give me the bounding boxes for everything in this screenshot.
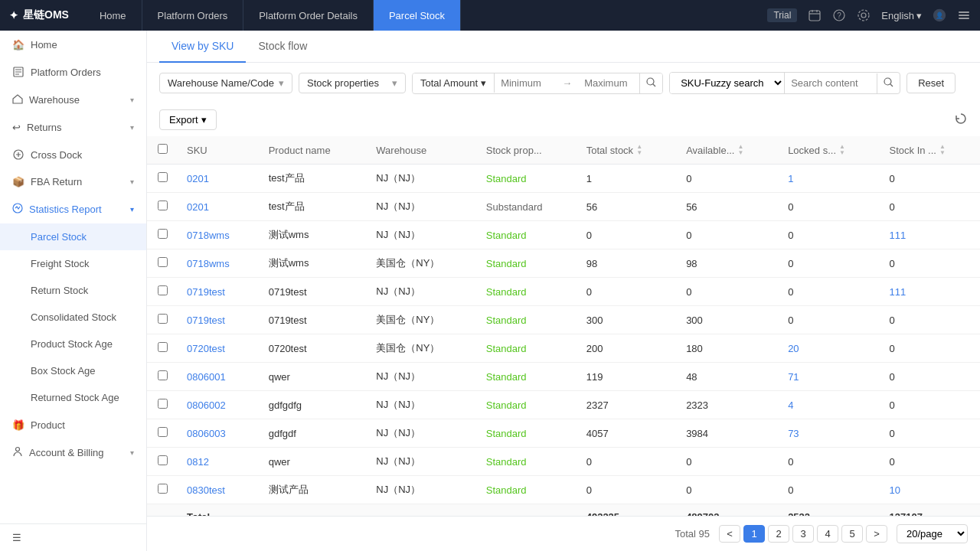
row-checkbox[interactable] — [158, 342, 168, 352]
sku-link[interactable]: 0719test — [187, 315, 225, 326]
row-checkbox[interactable] — [158, 314, 168, 324]
locked-link[interactable]: 20 — [788, 343, 799, 354]
page-size-select[interactable]: 20/page 50/page 100/page — [897, 524, 968, 543]
table-total-row: Total 493235 489703 3532 137107 — [147, 504, 980, 517]
locked-link[interactable]: 1 — [788, 173, 793, 184]
locked-link[interactable]: 4 — [788, 399, 793, 411]
page-btn-5[interactable]: 5 — [841, 525, 863, 543]
row-checkbox[interactable] — [158, 229, 168, 239]
row-checkbox[interactable] — [158, 427, 168, 437]
sidebar-item-product[interactable]: 🎁 Product — [0, 411, 146, 439]
reset-button[interactable]: Reset — [906, 73, 956, 93]
sidebar-collapse-btn[interactable]: ☰ — [0, 523, 146, 551]
row-product-name: 0719test — [260, 278, 368, 306]
total-checkbox-cell — [147, 504, 178, 517]
next-page-btn[interactable]: > — [866, 525, 887, 543]
row-checkbox[interactable] — [158, 257, 168, 267]
page-btn-3[interactable]: 3 — [792, 525, 814, 543]
stock-properties-filter[interactable]: Stock properties ▾ — [299, 73, 406, 93]
sidebar-item-returned-stock-age[interactable]: Returned Stock Age — [0, 384, 146, 411]
sidebar-item-account-billing[interactable]: Account & Billing ▾ — [0, 439, 146, 467]
amount-label[interactable]: Total Amount ▾ — [413, 73, 495, 93]
sidebar-item-return-stock[interactable]: Return Stock — [0, 277, 146, 304]
table-row: 0718wms 测试wms NJ（NJ） Standard 0 0 0 111 — [147, 221, 980, 249]
tab-stock-flow[interactable]: Stock flow — [246, 31, 319, 63]
table-row: 0719test 0719test 美国仓（NY） Standard 300 3… — [147, 306, 980, 334]
locked-link[interactable]: 73 — [788, 428, 799, 439]
settings-icon[interactable] — [857, 8, 871, 22]
sidebar-item-warehouse[interactable]: Warehouse ▾ — [0, 86, 146, 114]
page-btn-2[interactable]: 2 — [768, 525, 789, 543]
refresh-button[interactable] — [954, 112, 968, 129]
sku-link[interactable]: 0718wms — [187, 230, 230, 241]
row-available: 0 — [677, 476, 779, 504]
stock-in-link[interactable]: 111 — [890, 230, 906, 241]
menu-icon[interactable] — [957, 8, 971, 22]
export-button[interactable]: Export ▾ — [159, 109, 217, 130]
amount-search-btn[interactable] — [639, 73, 662, 93]
sidebar-item-parcel-stock[interactable]: Parcel Stock — [0, 223, 146, 250]
tab-view-by-sku[interactable]: View by SKU — [159, 31, 246, 63]
help-icon[interactable]: ? — [832, 8, 846, 22]
row-checkbox[interactable] — [158, 399, 168, 409]
page-btn-4[interactable]: 4 — [817, 525, 838, 543]
calendar-icon[interactable] — [808, 8, 822, 22]
nav-tab-parcel-stock[interactable]: Parcel Stock — [374, 0, 461, 31]
sidebar-item-cross-dock[interactable]: Cross Dock — [0, 141, 146, 168]
row-stock-in: 0 — [880, 334, 980, 363]
table-row: 0720test 0720test 美国仓（NY） Standard 200 1… — [147, 334, 980, 363]
sku-link[interactable]: 0812 — [187, 456, 209, 468]
sku-link[interactable]: 0718wms — [187, 258, 230, 269]
sku-link[interactable]: 0201 — [187, 201, 209, 213]
row-checkbox[interactable] — [158, 484, 168, 494]
row-locked: 20 — [779, 334, 880, 363]
trial-badge: Trial — [767, 8, 797, 22]
sidebar-item-platform-orders[interactable]: Platform Orders — [0, 58, 146, 86]
sku-search-btn[interactable] — [877, 73, 900, 93]
table-row: 0718wms 测试wms 美国仓（NY） Standard 98 98 0 0 — [147, 249, 980, 278]
nav-tab-platform-order-details[interactable]: Platform Order Details — [243, 0, 374, 31]
page-btn-1[interactable]: 1 — [743, 525, 765, 543]
sku-link[interactable]: 0201 — [187, 173, 209, 184]
sku-link[interactable]: 0806003 — [187, 428, 226, 439]
row-checkbox[interactable] — [158, 455, 168, 465]
sidebar-item-product-stock-age[interactable]: Product Stock Age — [0, 331, 146, 357]
row-checkbox-cell — [147, 306, 178, 334]
account-icon — [12, 446, 23, 459]
sku-link[interactable]: 0806002 — [187, 399, 226, 411]
row-checkbox[interactable] — [158, 370, 168, 380]
fba-icon: 📦 — [12, 176, 24, 187]
row-checkbox[interactable] — [158, 201, 168, 210]
stock-in-link[interactable]: 10 — [890, 484, 900, 496]
prev-page-btn[interactable]: < — [719, 525, 740, 543]
nav-tab-platform-orders[interactable]: Platform Orders — [142, 0, 244, 31]
sidebar-item-statistics-report[interactable]: Statistics Report ▾ — [0, 195, 146, 223]
sidebar-item-home[interactable]: 🏠 Home — [0, 31, 146, 58]
warehouse-filter[interactable]: Warehouse Name/Code ▾ — [159, 73, 292, 93]
language-selector[interactable]: English ▾ — [881, 10, 922, 21]
nav-tab-home[interactable]: Home — [84, 0, 142, 31]
sku-link[interactable]: 0830test — [187, 484, 225, 496]
select-all-checkbox[interactable] — [158, 144, 168, 154]
sku-search-type[interactable]: SKU-Fuzzy search — [670, 73, 785, 93]
sidebar-item-returns[interactable]: ↩ Returns ▾ — [0, 114, 146, 141]
sidebar-item-box-stock-age[interactable]: Box Stock Age — [0, 357, 146, 384]
user-avatar[interactable]: 👤 — [933, 8, 946, 22]
sidebar-item-fba-return[interactable]: 📦 FBA Return ▾ — [0, 168, 146, 195]
row-checkbox[interactable] — [158, 285, 168, 295]
sidebar-item-consolidated-stock[interactable]: Consolidated Stock — [0, 304, 146, 331]
amount-max-input[interactable] — [578, 73, 639, 93]
sku-search-input[interactable] — [785, 73, 877, 93]
col-header-available: Available... ▲▼ — [677, 136, 779, 165]
sidebar-item-freight-stock[interactable]: Freight Stock — [0, 250, 146, 277]
row-checkbox-cell — [147, 165, 178, 193]
sku-link[interactable]: 0806001 — [187, 371, 226, 383]
svg-point-20 — [647, 78, 654, 85]
locked-link[interactable]: 71 — [788, 371, 799, 383]
stock-in-link[interactable]: 111 — [890, 286, 906, 298]
row-stock-in: 0 — [880, 306, 980, 334]
amount-min-input[interactable] — [495, 73, 556, 93]
sku-link[interactable]: 0720test — [187, 343, 225, 354]
row-checkbox[interactable] — [158, 172, 168, 182]
sku-link[interactable]: 0719test — [187, 286, 225, 298]
